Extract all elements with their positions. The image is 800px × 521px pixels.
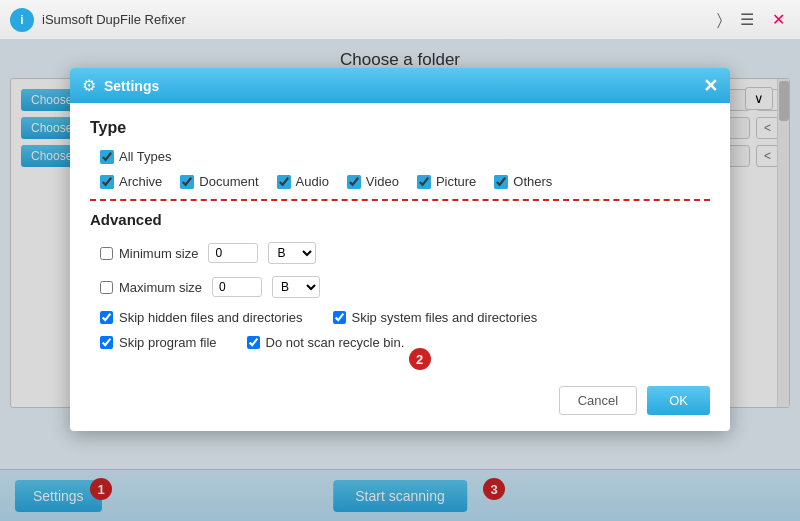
settings-modal: ⚙ Settings ✕ Type All Types Arch xyxy=(70,68,730,431)
type-section-title: Type xyxy=(90,119,710,137)
min-size-checkbox[interactable] xyxy=(100,247,113,260)
modal-title: Settings xyxy=(104,78,695,94)
modal-overlay: ⚙ Settings ✕ Type All Types Arch xyxy=(0,40,800,521)
window-controls: 〉 ☰ ✕ xyxy=(712,8,790,31)
section-divider xyxy=(90,199,710,201)
skip-system-label[interactable]: Skip system files and directories xyxy=(333,310,538,325)
skip-program-checkbox[interactable] xyxy=(100,336,113,349)
modal-body: Type All Types Archive Document xyxy=(70,103,730,376)
skip-system-checkbox[interactable] xyxy=(333,311,346,324)
ok-button[interactable]: OK xyxy=(647,386,710,415)
share-button[interactable]: 〉 xyxy=(712,9,727,31)
max-size-label[interactable]: Maximum size xyxy=(100,280,202,295)
min-size-label[interactable]: Minimum size xyxy=(100,246,198,261)
max-size-input[interactable] xyxy=(212,277,262,297)
video-checkbox[interactable] xyxy=(347,175,361,189)
badge-2: 2 xyxy=(409,348,431,370)
skip-hidden-checkbox[interactable] xyxy=(100,311,113,324)
others-type[interactable]: Others xyxy=(494,174,552,189)
video-type[interactable]: Video xyxy=(347,174,399,189)
min-size-unit[interactable]: B KB MB GB xyxy=(268,242,316,264)
advanced-section-title: Advanced xyxy=(90,211,710,228)
close-button[interactable]: ✕ xyxy=(767,8,790,31)
cancel-button[interactable]: Cancel xyxy=(559,386,637,415)
skip-program-label[interactable]: Skip program file xyxy=(100,335,217,350)
picture-type[interactable]: Picture xyxy=(417,174,476,189)
max-size-checkbox[interactable] xyxy=(100,281,113,294)
all-types-row: All Types xyxy=(100,149,710,164)
title-bar: i iSumsoft DupFile Refixer 〉 ☰ ✕ xyxy=(0,0,800,40)
no-recycle-label[interactable]: Do not scan recycle bin. xyxy=(247,335,405,350)
picture-checkbox[interactable] xyxy=(417,175,431,189)
type-items-row: Archive Document Audio Video xyxy=(100,174,710,189)
min-size-input[interactable] xyxy=(208,243,258,263)
check-options-row-2: Skip program file Do not scan recycle bi… xyxy=(100,335,710,350)
audio-type[interactable]: Audio xyxy=(277,174,329,189)
no-recycle-checkbox[interactable] xyxy=(247,336,260,349)
max-size-row: Maximum size B KB MB GB xyxy=(100,276,710,298)
settings-gear-icon: ⚙ xyxy=(82,76,96,95)
min-size-row: Minimum size B KB MB GB xyxy=(100,242,710,264)
audio-checkbox[interactable] xyxy=(277,175,291,189)
menu-button[interactable]: ☰ xyxy=(735,8,759,31)
archive-type[interactable]: Archive xyxy=(100,174,162,189)
document-type[interactable]: Document xyxy=(180,174,258,189)
document-checkbox[interactable] xyxy=(180,175,194,189)
modal-footer: 2 Cancel OK xyxy=(70,376,730,431)
max-size-unit[interactable]: B KB MB GB xyxy=(272,276,320,298)
archive-checkbox[interactable] xyxy=(100,175,114,189)
others-checkbox[interactable] xyxy=(494,175,508,189)
modal-header: ⚙ Settings ✕ xyxy=(70,68,730,103)
modal-close-button[interactable]: ✕ xyxy=(703,77,718,95)
check-options-row-1: Skip hidden files and directories Skip s… xyxy=(100,310,710,325)
app-title: iSumsoft DupFile Refixer xyxy=(42,12,712,27)
all-types-checkbox[interactable] xyxy=(100,150,114,164)
all-types-label[interactable]: All Types xyxy=(100,149,172,164)
app-logo: i xyxy=(10,8,34,32)
main-area: Choose a folder ∨ Choose < Choose < Choo… xyxy=(0,40,800,521)
skip-hidden-label[interactable]: Skip hidden files and directories xyxy=(100,310,303,325)
